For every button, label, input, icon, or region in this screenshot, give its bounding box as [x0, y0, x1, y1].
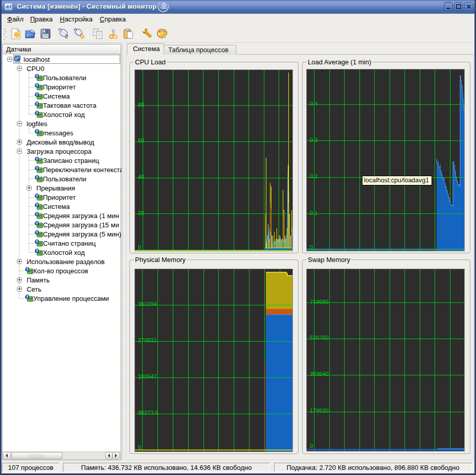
- svg-text:90273.6: 90273.6: [138, 410, 158, 416]
- svg-text:0.4: 0.4: [310, 101, 318, 107]
- svg-text:0: 0: [138, 244, 141, 250]
- svg-text:539760: 539760: [310, 335, 329, 341]
- svg-text:0.3: 0.3: [310, 137, 318, 143]
- svg-text:361094: 361094: [138, 301, 157, 307]
- svg-text:0: 0: [310, 244, 313, 250]
- svg-text:270821: 270821: [138, 337, 157, 343]
- svg-text:180547: 180547: [138, 373, 157, 379]
- svg-text:40: 40: [138, 174, 144, 180]
- svg-text:359840: 359840: [310, 371, 329, 377]
- svg-text:80: 80: [138, 102, 144, 108]
- svg-text:20: 20: [138, 210, 144, 216]
- svg-text:0.2: 0.2: [310, 173, 318, 179]
- svg-text:179920: 179920: [310, 408, 329, 414]
- svg-text:0: 0: [138, 444, 141, 450]
- svg-text:719680: 719680: [310, 299, 329, 305]
- svg-text:0.1: 0.1: [310, 210, 318, 216]
- svg-text:0: 0: [310, 443, 313, 449]
- svg-text:60: 60: [138, 137, 144, 144]
